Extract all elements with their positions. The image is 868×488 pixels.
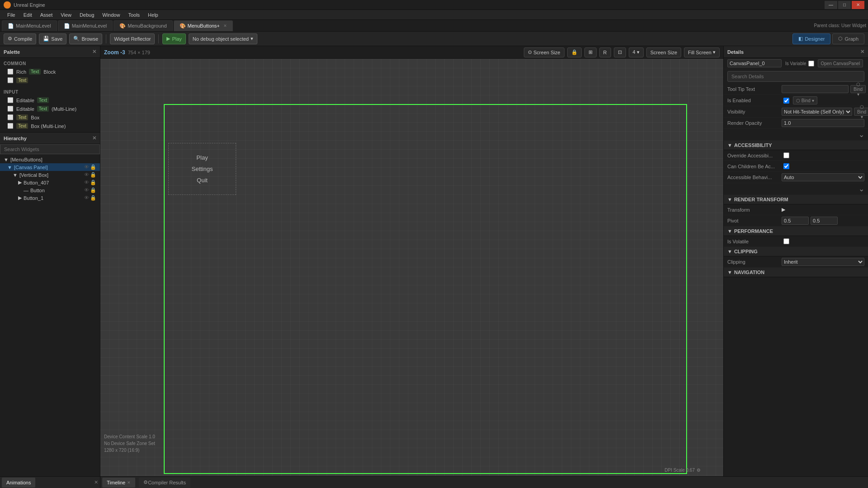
graph-tab[interactable]: ⬡ Graph [832, 33, 864, 44]
menu-help[interactable]: Help [144, 11, 162, 19]
debug-dropdown[interactable]: No debug object selected ▾ [189, 33, 257, 44]
timeline-close-button[interactable]: ✕ [127, 480, 131, 485]
maximize-button[interactable]: □ [838, 1, 851, 9]
transform-row: Transform ▶ [724, 204, 868, 215]
play-button[interactable]: ▶ Play [162, 33, 185, 44]
visibility-bind-button[interactable]: ⬡ Bind ▾ [854, 108, 868, 116]
menu-edit[interactable]: Edit [20, 11, 36, 19]
visibility-select[interactable]: Not Hit-Testable (Self Only) [782, 108, 852, 116]
tree-item-menubuttons[interactable]: ▼ [MenuButtons] [0, 156, 100, 163]
animations-tab[interactable]: Animations [2, 478, 35, 488]
open-canvas-button[interactable]: Open CanvasPanel [818, 59, 863, 67]
fill-screen-button[interactable]: Fill Screen ▾ [684, 47, 720, 57]
none-button[interactable]: ⊙ Screen Size [524, 47, 564, 57]
zoom-label: Zoom -3 [104, 49, 125, 56]
designer-tab[interactable]: ◧ Designer [792, 33, 830, 44]
tooltip-input[interactable] [782, 85, 849, 93]
can-children-checkbox[interactable] [783, 163, 789, 169]
palette-item-editable-multiline[interactable]: ⬜ Editable Text (Multi-Line) [0, 104, 100, 113]
accessibility-expand-icon[interactable]: ⌄ [859, 185, 864, 193]
is-enabled-bind-button[interactable]: ⬡ Bind ▾ [793, 96, 817, 104]
tab-menubuttons[interactable]: 🎨 MenuButtons+ ✕ [174, 20, 233, 31]
view-options[interactable]: 4 ▾ [629, 47, 644, 57]
viewport-canvas: Play Settings Quit Device Content Scale … [100, 59, 723, 476]
is-enabled-checkbox[interactable] [783, 98, 789, 104]
palette-item-richtext[interactable]: ⬜ Rich Text Block [0, 67, 100, 76]
app-logo [4, 1, 11, 9]
menu-debug[interactable]: Debug [76, 11, 98, 19]
browse-button[interactable]: 🔍 Browse [69, 33, 102, 44]
tree-item-button1[interactable]: ▶ Button_1 👁 🔒 [0, 194, 100, 202]
minimize-button[interactable]: — [825, 1, 837, 9]
transform-expand-icon[interactable]: ▶ [782, 207, 785, 213]
is-volatile-checkbox[interactable] [783, 238, 789, 244]
editor-tabs: 📄 MainMenuLevel 📄 MainMenuLevel 🎨 MenuBa… [0, 20, 868, 32]
menu-tools[interactable]: Tools [124, 11, 143, 19]
hierarchy-close-button[interactable]: ✕ [92, 135, 96, 141]
tree-item-canvaspanel[interactable]: ▼ [Canvas Panel] 👁 🔒 [0, 163, 100, 171]
render-transform-section[interactable]: ▼ RENDER TRANSFORM [724, 195, 868, 204]
collapse-icon: ▼ [727, 142, 732, 148]
widget-border [164, 104, 687, 474]
menu-view[interactable]: View [57, 11, 75, 19]
screen-size-button[interactable]: Screen Size [646, 47, 681, 57]
play-icon: ▶ [166, 36, 170, 42]
accessibility-section[interactable]: ▼ ACCESSIBILITY [724, 141, 868, 150]
collapse-icon: ▼ [727, 228, 732, 234]
r-button[interactable]: R [599, 47, 611, 57]
override-accessible-checkbox[interactable] [783, 152, 789, 158]
palette-item-textbox[interactable]: ⬜ Text Box [0, 113, 100, 122]
compiler-results-tab[interactable]: ⚙ Compiler Results [139, 478, 190, 488]
menu-window[interactable]: Window [99, 11, 123, 19]
tab-menubackground[interactable]: 🎨 MenuBackground [114, 20, 172, 31]
canvas-info: Device Content Scale 1.0 No Device Safe … [104, 433, 155, 454]
play-button-widget[interactable]: Play [196, 154, 208, 161]
palette-item-textbox-multiline[interactable]: ⬜ Text Box (Multi-Line) [0, 122, 100, 130]
tooltip-bind-button[interactable]: ⬡ Bind ▾ [850, 85, 866, 93]
is-variable-checkbox[interactable] [808, 61, 814, 66]
animations-close-button[interactable]: ✕ [94, 479, 98, 485]
palette-item-editable[interactable]: ⬜ Editable Text [0, 96, 100, 104]
tab-close-button[interactable]: ✕ [223, 24, 227, 28]
pivot-x-input[interactable] [782, 217, 809, 225]
close-button[interactable]: ✕ [852, 1, 864, 9]
widget-buttons-container: Play Settings Quit [168, 143, 236, 195]
tab-mainmenu2[interactable]: 📄 MainMenuLevel [58, 20, 113, 31]
tab-mainmenu1[interactable]: 📄 MainMenuLevel [2, 20, 57, 31]
widget-reflector-button[interactable]: Widget Reflector [110, 33, 155, 44]
snap-button[interactable]: ⊡ [614, 47, 626, 57]
clipping-row: Clipping Inherit [724, 256, 868, 268]
menu-asset[interactable]: Asset [37, 11, 57, 19]
common-section-label: COMMON [0, 60, 100, 67]
toolbar-separator-1 [106, 34, 106, 43]
expand-icon[interactable]: ⌄ [859, 130, 864, 139]
override-accessible-row: Override Accessibi... [724, 150, 868, 161]
settings-button-widget[interactable]: Settings [192, 166, 213, 172]
title-bar: Unreal Engine — □ ✕ [0, 0, 868, 10]
accessible-behavior-select[interactable]: Auto [782, 173, 864, 181]
tree-item-verticalbox[interactable]: ▼ [Vertical Box] 👁 🔒 [0, 171, 100, 179]
opacity-input[interactable] [782, 119, 864, 127]
lock-button[interactable]: 🔒 [567, 47, 582, 57]
performance-section[interactable]: ▼ PERFORMANCE [724, 227, 868, 236]
palette-item-text[interactable]: ⬜ Text [0, 76, 100, 85]
canvas-id-input[interactable] [727, 59, 782, 67]
compile-button[interactable]: ⚙ Compile [4, 33, 36, 44]
clipping-section[interactable]: ▼ CLIPPING [724, 247, 868, 256]
grid-button[interactable]: ⊞ [584, 47, 597, 57]
menu-file[interactable]: File [4, 11, 19, 19]
tree-item-button[interactable]: — Button 👁 🔒 [0, 186, 100, 194]
palette-close-button[interactable]: ✕ [92, 49, 96, 55]
clipping-select[interactable]: Inherit [782, 258, 864, 266]
details-search-input[interactable] [727, 71, 864, 82]
timeline-tab[interactable]: Timeline ✕ [102, 478, 135, 488]
is-volatile-row: Is Volatile [724, 236, 868, 247]
settings-icon[interactable]: ⚙ [697, 468, 701, 473]
tree-item-button407[interactable]: ▶ Button_407 👁 🔒 [0, 179, 100, 186]
details-close-button[interactable]: ✕ [860, 49, 864, 55]
hierarchy-search-input[interactable] [0, 144, 100, 154]
navigation-section[interactable]: ▼ NAVIGATION [724, 268, 868, 277]
pivot-y-input[interactable] [811, 217, 838, 225]
save-button[interactable]: 💾 Save [39, 33, 66, 44]
quit-button-widget[interactable]: Quit [197, 177, 208, 184]
